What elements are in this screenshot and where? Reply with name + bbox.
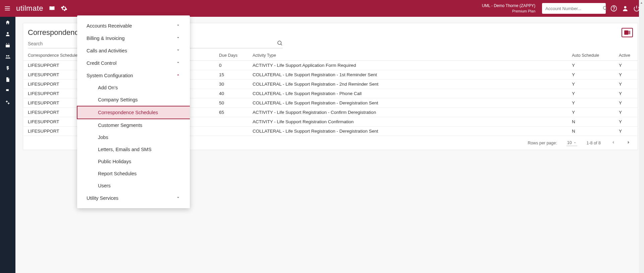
chevron-up-icon: [176, 73, 180, 78]
table-cell: [214, 117, 248, 127]
col-header-auto[interactable]: Auto Schedule: [567, 50, 614, 61]
menu-group-label: Billing & Invoicing: [87, 36, 125, 41]
table-cell: COLLATERAL - Life Support Registration -…: [248, 127, 567, 136]
table-cell: 0: [214, 61, 248, 70]
hamburger-menu-icon[interactable]: [4, 5, 11, 12]
svg-line-24: [281, 44, 282, 45]
svg-point-16: [6, 101, 7, 102]
menu-group[interactable]: System Configuration: [77, 69, 190, 82]
pager-rows-value: 10: [567, 140, 572, 145]
svg-point-14: [6, 55, 7, 56]
table-cell: 40: [214, 89, 248, 98]
export-excel-button[interactable]: x: [622, 28, 633, 37]
svg-point-9: [7, 32, 8, 34]
table-cell: Y: [567, 80, 614, 89]
settings-gears-icon[interactable]: [61, 5, 67, 12]
scroll-up-arrow[interactable]: ▲: [639, 0, 644, 5]
pager-rows-label: Rows per page:: [528, 141, 557, 145]
sidebar-user-icon[interactable]: [0, 28, 15, 40]
table-cell: 65: [214, 108, 248, 117]
sidebar-dollar-icon[interactable]: [0, 62, 15, 74]
sidebar-document-icon[interactable]: [0, 74, 15, 85]
chevron-down-icon: [176, 60, 180, 66]
svg-point-23: [278, 41, 281, 45]
table-cell: Y: [567, 70, 614, 80]
table-cell: Y: [567, 98, 614, 108]
table-cell: COLLATERAL - Life Support Registration -…: [248, 80, 567, 89]
svg-rect-20: [628, 31, 630, 32]
menu-group-label: Accounts Receivable: [87, 23, 132, 29]
org-info: UML - Demo Thorne (ZAPPY) Premium Plan: [482, 3, 535, 13]
table-cell: Y: [567, 108, 614, 117]
page-scrollbar[interactable]: ▲: [639, 0, 644, 273]
col-header-duedays[interactable]: Due Days: [214, 50, 248, 61]
help-icon[interactable]: [610, 5, 617, 12]
svg-point-15: [8, 55, 9, 56]
org-plan: Premium Plan: [482, 9, 535, 13]
app-logo: utilmate: [16, 4, 43, 13]
chevron-down-icon: [176, 35, 180, 41]
menu-item[interactable]: Letters, Emails and SMS: [77, 143, 190, 155]
menu-group-label: Calls and Activities: [87, 48, 127, 53]
menu-group[interactable]: Utility Services: [77, 192, 190, 204]
sidebar-nav: [0, 17, 15, 273]
table-cell: Y: [567, 89, 614, 98]
table-cell: Y: [567, 61, 614, 70]
sidebar-gears-icon[interactable]: [0, 97, 15, 108]
menu-item[interactable]: Customer Segments: [77, 119, 190, 131]
menu-item[interactable]: Report Schedules: [77, 168, 190, 180]
menu-item[interactable]: Jobs: [77, 131, 190, 143]
menu-item[interactable]: Users: [77, 180, 190, 192]
svg-point-3: [603, 6, 606, 9]
org-name: UML - Demo Thorne (ZAPPY): [482, 3, 535, 9]
account-search-input[interactable]: [545, 6, 602, 11]
menu-group[interactable]: Calls and Activities: [77, 44, 190, 57]
menu-group[interactable]: Billing & Invoicing: [77, 32, 190, 44]
svg-point-6: [614, 10, 614, 10]
table-cell: ACTIVITY - Life Support Registration Con…: [248, 117, 567, 127]
account-search[interactable]: [542, 3, 606, 14]
col-header-activity[interactable]: Activity Type: [248, 50, 567, 61]
menu-item[interactable]: Correspondence Schedules: [77, 106, 190, 119]
table-cell: COLLATERAL - Life Support Registration -…: [248, 70, 567, 80]
search-icon[interactable]: [277, 40, 283, 47]
chevron-down-icon: [176, 23, 180, 29]
table-cell: 30: [214, 80, 248, 89]
table-cell: Y: [614, 127, 638, 136]
table-cell: ACTIVITY - Life Support Application Form…: [248, 61, 567, 70]
menu-group-label: Credit Control: [87, 60, 116, 66]
table-cell: Y: [614, 98, 638, 108]
table-cell: N: [567, 127, 614, 136]
sidebar-calendar-icon[interactable]: [0, 40, 15, 51]
pager-prev-button[interactable]: [610, 139, 616, 146]
menu-item[interactable]: Public Holidays: [77, 155, 190, 168]
sidebar-flag-icon[interactable]: [0, 85, 15, 97]
menu-group[interactable]: Credit Control: [77, 57, 190, 69]
table-cell: N: [567, 117, 614, 127]
user-icon[interactable]: [622, 5, 629, 12]
sidebar-group-icon[interactable]: [0, 51, 15, 62]
table-cell: 15: [214, 70, 248, 80]
book-icon[interactable]: [49, 5, 55, 11]
menu-group[interactable]: Accounts Receivable: [77, 19, 190, 32]
svg-rect-21: [628, 32, 630, 33]
pager-rows-select[interactable]: 10: [567, 140, 577, 146]
search-icon[interactable]: [602, 5, 608, 12]
pager-range: 1-8 of 8: [587, 141, 601, 145]
table-cell: COLLATERAL - Life Support Registration -…: [248, 98, 567, 108]
pager-next-button[interactable]: [626, 139, 632, 146]
svg-line-4: [606, 9, 607, 10]
sidebar-home-icon[interactable]: [0, 17, 15, 28]
menu-group-label: System Configuration: [87, 73, 133, 78]
col-header-active[interactable]: Active: [614, 50, 638, 61]
svg-point-7: [624, 6, 627, 8]
table-cell: Y: [614, 61, 638, 70]
table-cell: COLLATERAL - Life Support Registration -…: [248, 89, 567, 98]
menu-item[interactable]: Add On's: [77, 82, 190, 94]
table-cell: Y: [614, 108, 638, 117]
table-cell: Y: [614, 117, 638, 127]
app-header: utilmate UML - Demo Thorne (ZAPPY) Premi…: [0, 0, 644, 17]
menu-item[interactable]: Company Settings: [77, 94, 190, 106]
chevron-down-icon: [573, 141, 577, 144]
table-cell: Y: [614, 70, 638, 80]
